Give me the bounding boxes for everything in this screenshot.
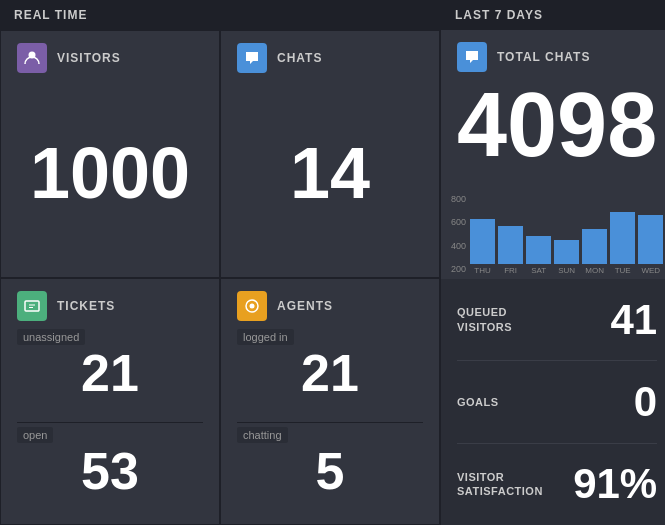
- y-label-800: 800: [451, 194, 466, 204]
- bars-area: THUFRISATSUNMONTUEWED: [470, 194, 663, 275]
- agents-icon: [237, 291, 267, 321]
- loggedin-label: logged in: [237, 329, 294, 345]
- chart-bar-label-tue: TUE: [610, 266, 635, 275]
- agents-card: AGENTS logged in 21 chatting 5: [220, 278, 440, 526]
- queued-value: 41: [611, 296, 658, 344]
- y-label-200: 200: [451, 264, 466, 274]
- unassigned-label: unassigned: [17, 329, 85, 345]
- chart-bar-label-fri: FRI: [498, 266, 523, 275]
- chart-bar-sun: [554, 240, 579, 265]
- tickets-divider: [17, 422, 203, 423]
- chart-bar-sat: [526, 236, 551, 264]
- y-label-400: 400: [451, 241, 466, 251]
- visitors-icon: [17, 43, 47, 73]
- chart-bar-mon: [582, 229, 607, 264]
- chart-bar-label-sun: SUN: [554, 266, 579, 275]
- tickets-open: open 53: [17, 427, 203, 516]
- loggedin-value: 21: [237, 347, 423, 399]
- tickets-header: TICKETS: [17, 291, 203, 321]
- visitors-title: VISITORS: [57, 51, 121, 65]
- total-chats-title: TOTAL CHATS: [497, 50, 590, 64]
- chats-title: CHATS: [277, 51, 322, 65]
- bars-row: [470, 194, 663, 264]
- chart-bar-thu: [470, 219, 495, 265]
- y-label-600: 600: [451, 217, 466, 227]
- queued-label: QUEUED VISITORS: [457, 305, 512, 334]
- tickets-icon: [17, 291, 47, 321]
- stat-row-queued: QUEUED VISITORS 41: [457, 279, 657, 361]
- stat-row-satisfaction: VISITOR SATISFACTION 91%: [457, 444, 657, 525]
- chart-y-labels: 800 600 400 200: [451, 194, 466, 274]
- total-chats-header: TOTAL CHATS: [457, 42, 657, 72]
- last7days-section-header: LAST 7 DAYS: [441, 0, 665, 30]
- right-panel: LAST 7 DAYS TOTAL CHATS 4098: [440, 0, 665, 525]
- right-content: TOTAL CHATS 4098 800 600 400 200 THUFRIS…: [441, 30, 665, 525]
- svg-rect-1: [25, 301, 39, 311]
- visitors-value: 1000: [17, 81, 203, 265]
- total-chats-value: 4098: [457, 76, 657, 178]
- tickets-title: TICKETS: [57, 299, 115, 313]
- bar-labels-row: THUFRISATSUNMONTUEWED: [470, 266, 663, 275]
- agents-loggedin: logged in 21: [237, 329, 423, 418]
- chart-bar-label-wed: WED: [638, 266, 663, 275]
- goals-label: GOALS: [457, 395, 499, 409]
- chart-bar-tue: [610, 212, 635, 265]
- agents-divider: [237, 422, 423, 423]
- chart-bar-label-mon: MON: [582, 266, 607, 275]
- metrics-grid: VISITORS 1000 CHATS 14: [0, 30, 440, 525]
- left-panel: REAL TIME VISITORS 1000: [0, 0, 440, 525]
- satisfaction-value: 91%: [573, 460, 657, 508]
- unassigned-value: 21: [17, 347, 203, 399]
- chats-icon: [237, 43, 267, 73]
- visitors-header: VISITORS: [17, 43, 203, 73]
- satisfaction-label: VISITOR SATISFACTION: [457, 470, 543, 499]
- chart-bar-label-thu: THU: [470, 266, 495, 275]
- stats-rows: QUEUED VISITORS 41 GOALS 0 VISITOR SATIS…: [441, 279, 665, 525]
- chats-card: CHATS 14: [220, 30, 440, 278]
- realtime-section-header: REAL TIME: [0, 0, 440, 30]
- agents-header: AGENTS: [237, 291, 423, 321]
- tickets-unassigned: unassigned 21: [17, 329, 203, 418]
- agents-chatting: chatting 5: [237, 427, 423, 516]
- stat-row-goals: GOALS 0: [457, 361, 657, 443]
- tickets-card: TICKETS unassigned 21 open 53: [0, 278, 220, 526]
- visitors-card: VISITORS 1000: [0, 30, 220, 278]
- chatting-label: chatting: [237, 427, 288, 443]
- open-label: open: [17, 427, 53, 443]
- total-chats-card: TOTAL CHATS 4098: [441, 30, 665, 186]
- chart-bar-wed: [638, 215, 663, 264]
- chart-bar-label-sat: SAT: [526, 266, 551, 275]
- chatting-value: 5: [237, 445, 423, 497]
- chart-bar-fri: [498, 226, 523, 265]
- dashboard: REAL TIME VISITORS 1000: [0, 0, 665, 525]
- agents-title: AGENTS: [277, 299, 333, 313]
- bar-chart-container: 800 600 400 200 THUFRISATSUNMONTUEWED: [441, 186, 665, 279]
- open-value: 53: [17, 445, 203, 497]
- chats-header: CHATS: [237, 43, 423, 73]
- svg-point-3: [250, 303, 255, 308]
- total-chats-icon: [457, 42, 487, 72]
- chats-value: 14: [237, 81, 423, 265]
- goals-value: 0: [634, 378, 657, 426]
